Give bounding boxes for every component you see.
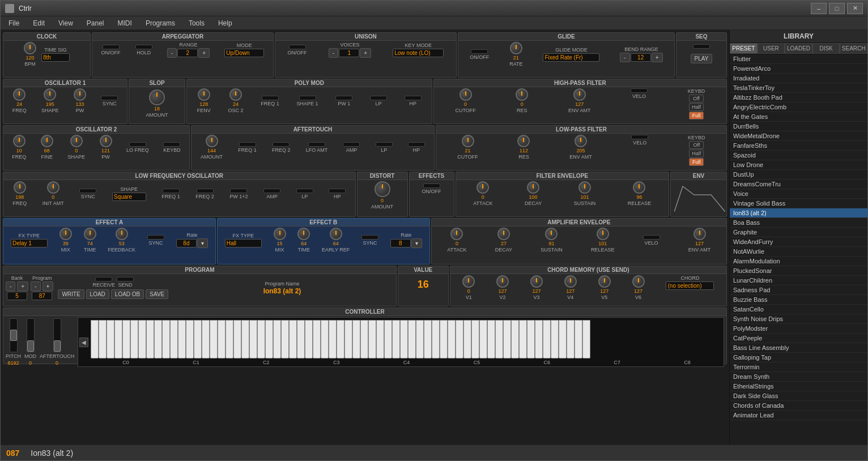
close-button[interactable]: ✕ bbox=[847, 3, 863, 14]
cm-v3-knob[interactable] bbox=[530, 275, 543, 288]
library-item[interactable]: SatanCello bbox=[730, 305, 867, 314]
white-key[interactable] bbox=[107, 320, 114, 358]
white-key[interactable] bbox=[130, 320, 138, 358]
amp-env-attack-knob[interactable] bbox=[450, 228, 463, 240]
effect-a-rate-btn[interactable]: ▾ bbox=[197, 238, 208, 248]
white-key[interactable] bbox=[289, 320, 297, 358]
white-key[interactable] bbox=[519, 320, 527, 358]
white-key[interactable] bbox=[281, 320, 289, 358]
unison-voices-inc[interactable]: + bbox=[360, 48, 371, 58]
hpf-keybd-off[interactable]: Off bbox=[689, 95, 704, 103]
hpf-keybd-full[interactable]: Full bbox=[689, 112, 704, 119]
library-item[interactable]: PolyModster bbox=[730, 324, 867, 334]
menu-view[interactable]: View bbox=[53, 18, 79, 28]
clock-bpm-knob[interactable] bbox=[24, 42, 36, 54]
menu-midi[interactable]: MIDI bbox=[112, 18, 138, 28]
library-item[interactable]: CatPeeple bbox=[730, 334, 867, 343]
library-item[interactable]: AngryElectricComb bbox=[730, 103, 867, 112]
osc2-keybd-slider[interactable] bbox=[163, 142, 180, 147]
amp-env-sustain-knob[interactable] bbox=[545, 228, 558, 240]
osc1-freq-knob[interactable] bbox=[13, 88, 25, 101]
white-key[interactable] bbox=[479, 320, 487, 358]
white-key[interactable] bbox=[448, 320, 456, 358]
library-item[interactable]: Spazoid bbox=[730, 151, 867, 160]
white-key[interactable] bbox=[368, 320, 376, 358]
lpf-keybd-half[interactable]: Half bbox=[689, 150, 704, 157]
poly-lp-slider[interactable] bbox=[370, 96, 387, 100]
lfo-freq1-slider[interactable] bbox=[163, 189, 180, 193]
cm-chord-select[interactable]: (no selection) bbox=[666, 281, 714, 290]
white-key[interactable] bbox=[432, 320, 440, 358]
white-key[interactable] bbox=[313, 320, 321, 358]
osc1-pw-knob[interactable] bbox=[74, 88, 86, 101]
library-item[interactable]: Dark Side Glass bbox=[730, 391, 867, 401]
library-item[interactable]: At the Gates bbox=[730, 112, 867, 122]
lfo-lp-slider[interactable] bbox=[296, 189, 313, 193]
white-key[interactable] bbox=[400, 320, 408, 358]
white-key[interactable] bbox=[329, 320, 337, 358]
unison-key-mode-select[interactable]: Low note (LO) Last note bbox=[393, 49, 444, 57]
lpf-velo-slider[interactable] bbox=[631, 135, 648, 139]
poly-fenv-knob[interactable] bbox=[198, 88, 210, 101]
white-key[interactable] bbox=[471, 320, 479, 358]
library-item[interactable]: WideMetalDrone bbox=[730, 131, 867, 141]
white-key[interactable] bbox=[91, 320, 99, 358]
amp-env-velo-slider[interactable] bbox=[643, 235, 660, 240]
white-key[interactable] bbox=[210, 320, 218, 358]
glide-bend-inc[interactable]: + bbox=[652, 53, 663, 62]
osc1-sync-slider[interactable] bbox=[101, 96, 118, 100]
library-item[interactable]: Boa Bass bbox=[730, 218, 867, 228]
white-key[interactable] bbox=[416, 320, 424, 358]
lpf-res-knob[interactable] bbox=[517, 135, 530, 147]
white-key[interactable] bbox=[376, 320, 384, 358]
hpf-res-knob[interactable] bbox=[516, 88, 528, 101]
cm-v5-knob[interactable] bbox=[598, 275, 611, 288]
arp-range-dec[interactable]: - bbox=[167, 48, 177, 58]
white-key[interactable] bbox=[218, 320, 225, 358]
menu-file[interactable]: File bbox=[3, 18, 25, 28]
osc1-shape-knob[interactable] bbox=[44, 88, 56, 101]
white-key[interactable] bbox=[575, 320, 582, 358]
effect-b-mix-knob[interactable] bbox=[274, 228, 286, 240]
lpf-keybd-full[interactable]: Full bbox=[689, 158, 704, 166]
white-key[interactable] bbox=[337, 320, 344, 358]
poly-hp-slider[interactable] bbox=[405, 96, 422, 100]
library-item[interactable]: Graphite bbox=[730, 228, 867, 237]
glide-mode-select[interactable]: Fixed Rate (Fr) Fixed Time bbox=[543, 53, 599, 62]
lfo-pw-slider[interactable] bbox=[230, 189, 247, 193]
white-key[interactable] bbox=[495, 320, 503, 358]
white-key[interactable] bbox=[543, 320, 551, 358]
minimize-button[interactable]: – bbox=[811, 3, 827, 14]
hpf-velo-slider[interactable] bbox=[631, 88, 648, 93]
lib-tab-user[interactable]: USER bbox=[758, 43, 785, 54]
library-item[interactable]: WideAndFurry bbox=[730, 237, 867, 247]
cm-v6-knob[interactable] bbox=[632, 275, 645, 288]
seq-play-btn[interactable]: PLAY bbox=[691, 54, 713, 63]
osc2-lo-freq-slider[interactable] bbox=[129, 142, 146, 147]
effect-b-time-knob[interactable] bbox=[297, 228, 310, 240]
program-inc-btn[interactable]: + bbox=[42, 281, 54, 291]
fenv-decay-knob[interactable] bbox=[527, 181, 539, 194]
poly-osc2-knob[interactable] bbox=[229, 88, 242, 101]
lpf-env-amt-knob[interactable] bbox=[575, 135, 587, 147]
fenv-release-knob[interactable] bbox=[633, 181, 645, 194]
effect-b-fx-type-select[interactable]: Hall Room Plate bbox=[225, 239, 262, 247]
white-key[interactable] bbox=[122, 320, 130, 358]
receive-slider[interactable] bbox=[95, 277, 112, 281]
lpf-keybd-off[interactable]: Off bbox=[689, 141, 704, 149]
effect-a-feedback-knob[interactable] bbox=[116, 228, 128, 240]
effect-a-sync-slider[interactable] bbox=[147, 235, 164, 240]
white-key[interactable] bbox=[178, 320, 186, 358]
menu-programs[interactable]: Programs bbox=[140, 18, 181, 28]
osc2-fine-knob[interactable] bbox=[41, 135, 53, 147]
white-key[interactable] bbox=[170, 320, 178, 358]
white-key[interactable] bbox=[527, 320, 535, 358]
white-key[interactable] bbox=[186, 320, 194, 358]
library-item[interactable]: TeslaTinkerToy bbox=[730, 83, 867, 93]
keyboard-left-btn[interactable]: ◀ bbox=[79, 338, 88, 347]
save-btn[interactable]: SAVE bbox=[146, 289, 168, 299]
library-item[interactable]: Voice bbox=[730, 189, 867, 199]
lfo-freq2-slider[interactable] bbox=[197, 189, 214, 193]
maximize-button[interactable]: □ bbox=[829, 3, 845, 14]
lfo-amp-slider[interactable] bbox=[263, 189, 280, 193]
